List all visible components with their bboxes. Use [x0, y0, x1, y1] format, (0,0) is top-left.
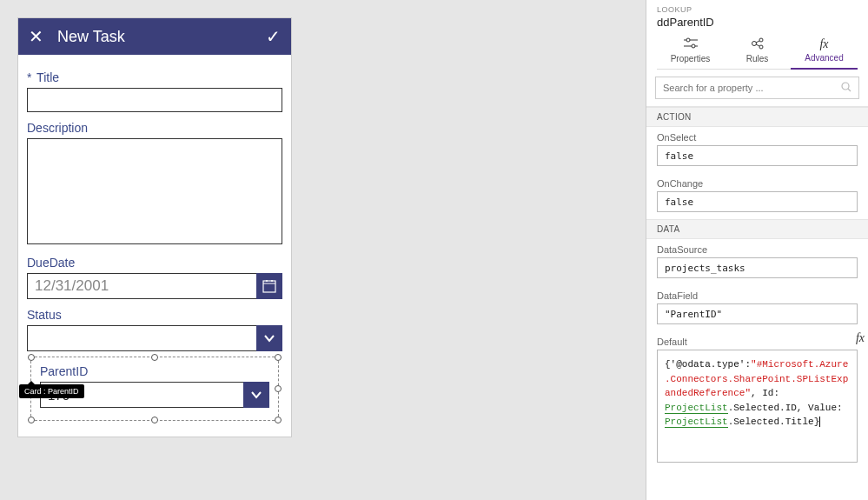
required-star: * — [27, 70, 31, 84]
fx-badge-icon[interactable]: fx — [852, 331, 868, 345]
prop-datasource: DataSource — [646, 239, 868, 285]
svg-point-10 — [759, 45, 763, 49]
search-input[interactable] — [663, 83, 841, 93]
submit-check-icon[interactable]: ✓ — [266, 26, 281, 47]
duedate-label: DueDate — [27, 256, 282, 270]
resize-handle[interactable] — [151, 417, 158, 423]
resize-handle[interactable] — [275, 385, 282, 392]
onchange-label: OnChange — [657, 178, 858, 189]
status-label: Status — [27, 308, 282, 322]
parentid-label: ParentID — [40, 364, 269, 378]
description-label: Description — [27, 121, 282, 135]
form-title: New Task — [57, 28, 266, 46]
datafield-input[interactable] — [657, 303, 858, 324]
svg-point-9 — [759, 38, 763, 42]
svg-point-8 — [752, 42, 756, 46]
canvas-area: ✕ New Task ✓ * Title Description DueDate — [0, 0, 646, 500]
field-status: Status — [27, 308, 282, 351]
resize-handle[interactable] — [151, 354, 158, 361]
tab-rules[interactable]: Rules — [724, 34, 791, 69]
title-input[interactable] — [27, 88, 282, 112]
resize-handle[interactable] — [28, 354, 35, 361]
control-name: ddParentID — [657, 16, 858, 29]
properties-panel: LOOKUP ddParentID Properties Rules fx Ad… — [646, 0, 868, 500]
duedate-input[interactable] — [27, 273, 256, 299]
chevron-down-icon[interactable] — [243, 382, 269, 408]
svg-point-5 — [686, 38, 690, 42]
tab-properties[interactable]: Properties — [657, 34, 724, 69]
title-label: * Title — [27, 70, 282, 84]
form-preview: ✕ New Task ✓ * Title Description DueDate — [17, 17, 292, 437]
section-data: DATA — [646, 219, 868, 239]
onselect-label: OnSelect — [657, 132, 858, 143]
rules-icon — [724, 37, 791, 52]
prop-default: Default fx {'@odata.type':"#Microsoft.Az… — [646, 331, 868, 470]
onchange-input[interactable] — [657, 191, 858, 212]
description-input[interactable] — [27, 138, 282, 244]
prop-onchange: OnChange — [646, 173, 868, 219]
form-body: * Title Description DueDate Status — [18, 55, 291, 437]
field-title: * Title — [27, 70, 282, 112]
default-formula-editor[interactable]: {'@odata.type':"#Microsoft.Azure.Connect… — [657, 350, 858, 463]
calendar-icon[interactable] — [256, 273, 282, 299]
search-row — [646, 70, 868, 107]
form-header: ✕ New Task ✓ — [18, 18, 291, 55]
search-box[interactable] — [655, 77, 859, 99]
tab-advanced[interactable]: fx Advanced — [791, 34, 858, 69]
prop-onselect: OnSelect — [646, 127, 868, 173]
search-icon — [841, 82, 851, 95]
datasource-label: DataSource — [657, 244, 858, 255]
close-icon[interactable]: ✕ — [29, 28, 43, 45]
card-tooltip: Card : ParentID — [19, 384, 84, 398]
svg-point-13 — [842, 83, 849, 90]
fx-icon: fx — [791, 37, 858, 51]
resize-handle[interactable] — [28, 417, 35, 423]
field-duedate: DueDate — [27, 256, 282, 299]
field-description: Description — [27, 121, 282, 247]
onselect-input[interactable] — [657, 145, 858, 166]
datasource-input[interactable] — [657, 257, 858, 278]
panel-tabs: Properties Rules fx Advanced — [657, 34, 858, 70]
svg-point-7 — [692, 44, 695, 48]
datafield-label: DataField — [657, 290, 858, 301]
svg-line-14 — [848, 89, 851, 91]
control-kind-label: LOOKUP — [657, 5, 858, 14]
svg-line-12 — [756, 44, 759, 46]
svg-line-11 — [756, 41, 759, 43]
resize-handle[interactable] — [275, 354, 282, 361]
svg-rect-0 — [263, 281, 275, 292]
sliders-icon — [657, 37, 724, 52]
status-dropdown[interactable] — [27, 325, 256, 351]
panel-header: LOOKUP ddParentID Properties Rules fx Ad… — [646, 0, 868, 70]
prop-datafield: DataField — [646, 285, 868, 331]
chevron-down-icon[interactable] — [256, 325, 282, 351]
default-label: Default — [657, 337, 858, 347]
section-action: ACTION — [646, 107, 868, 127]
resize-handle[interactable] — [275, 417, 282, 423]
